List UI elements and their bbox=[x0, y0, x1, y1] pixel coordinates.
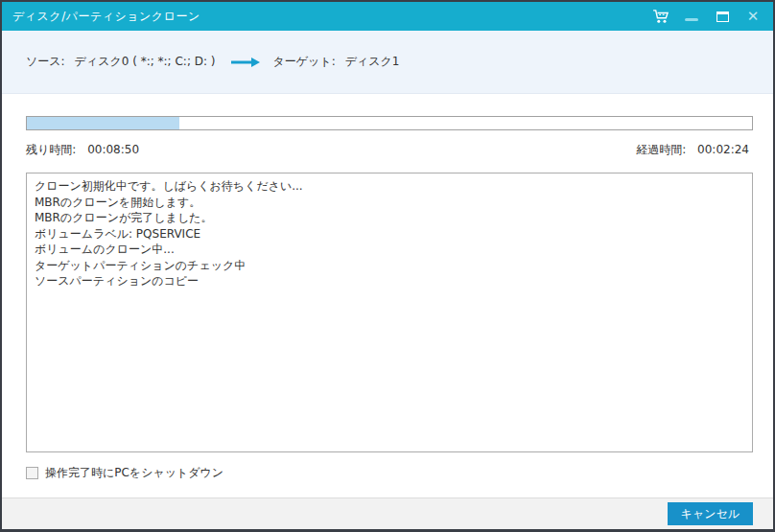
shutdown-checkbox-label: 操作完了時にPCをシャットダウン bbox=[45, 465, 223, 481]
progress-bar bbox=[26, 116, 753, 130]
source-label: ソース: bbox=[26, 54, 65, 70]
log-line: ボリュームラベル: PQSERVICE bbox=[35, 226, 744, 243]
cancel-button[interactable]: キャンセル bbox=[668, 502, 753, 525]
minimize-icon[interactable] bbox=[683, 8, 700, 25]
remaining-time-label: 残り時間: bbox=[26, 143, 76, 156]
log-line: MBRのクローンを開始します。 bbox=[35, 195, 744, 211]
source-value: ディスク0 ( *:; *:; C:; D: ) bbox=[75, 54, 216, 70]
remaining-time: 残り時間: 00:08:50 bbox=[26, 142, 139, 158]
right-arrow-icon bbox=[231, 58, 260, 67]
elapsed-time-value: 00:02:24 bbox=[697, 143, 749, 156]
log-line: ソースパーティションのコピー bbox=[35, 273, 744, 289]
operation-log[interactable]: クローン初期化中です。しばらくお待ちください... MBRのクローンを開始します… bbox=[26, 173, 753, 452]
elapsed-time-label: 経過時間: bbox=[636, 143, 686, 156]
window-title: ディスク/パーティションクローン bbox=[12, 9, 200, 25]
time-row: 残り時間: 00:08:50 経過時間: 00:02:24 bbox=[26, 142, 749, 158]
title-bar: ディスク/パーティションクローン ✕ bbox=[2, 2, 773, 31]
target-value: ディスク1 bbox=[345, 54, 400, 70]
elapsed-time: 経過時間: 00:02:24 bbox=[636, 142, 749, 158]
clone-progress-window: ディスク/パーティションクローン ✕ ソース: ディスク0 ( *:; *:; … bbox=[0, 0, 775, 532]
progress-fill bbox=[27, 117, 179, 129]
main-body: 残り時間: 00:08:50 経過時間: 00:02:24 クローン初期化中です… bbox=[2, 94, 773, 497]
close-icon[interactable]: ✕ bbox=[744, 8, 762, 25]
maximize-icon[interactable] bbox=[714, 8, 731, 25]
shutdown-checkbox[interactable] bbox=[26, 467, 38, 479]
window-controls: ✕ bbox=[652, 8, 762, 25]
footer-bar: キャンセル bbox=[2, 497, 773, 529]
log-line: ターゲットパーティションのチェック中 bbox=[35, 258, 744, 274]
shutdown-option-row: 操作完了時にPCをシャットダウン bbox=[26, 465, 749, 481]
log-line: MBRのクローンが完了しました。 bbox=[35, 210, 744, 226]
shopping-cart-icon[interactable] bbox=[652, 8, 669, 25]
log-line: クローン初期化中です。しばらくお待ちください... bbox=[35, 178, 744, 195]
target-label: ターゲット: bbox=[273, 54, 336, 70]
log-line: ボリュームのクローン中... bbox=[35, 242, 744, 258]
remaining-time-value: 00:08:50 bbox=[87, 143, 139, 156]
source-target-header: ソース: ディスク0 ( *:; *:; C:; D: ) ターゲット: ディス… bbox=[2, 31, 773, 94]
